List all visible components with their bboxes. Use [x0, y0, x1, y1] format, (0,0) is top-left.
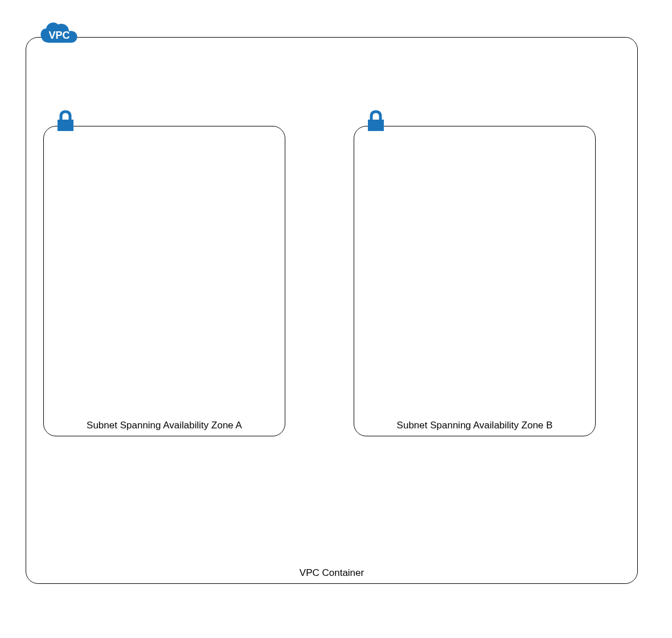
- subnet-a-label: Subnet Spanning Availability Zone A: [44, 420, 285, 431]
- vpc-container: VPC Subnet Spanning Availability Zone A …: [26, 37, 638, 584]
- svg-rect-1: [368, 120, 384, 131]
- subnet-zone-a: Subnet Spanning Availability Zone A: [43, 126, 285, 436]
- svg-rect-0: [58, 120, 73, 131]
- lock-icon: [366, 109, 386, 132]
- subnet-zone-b: Subnet Spanning Availability Zone B: [354, 126, 596, 436]
- vpc-cloud-icon: VPC: [39, 19, 79, 52]
- vpc-container-label: VPC Container: [26, 567, 637, 579]
- subnet-b-label: Subnet Spanning Availability Zone B: [354, 420, 595, 431]
- lock-icon: [55, 109, 76, 132]
- vpc-badge-text: VPC: [48, 30, 69, 41]
